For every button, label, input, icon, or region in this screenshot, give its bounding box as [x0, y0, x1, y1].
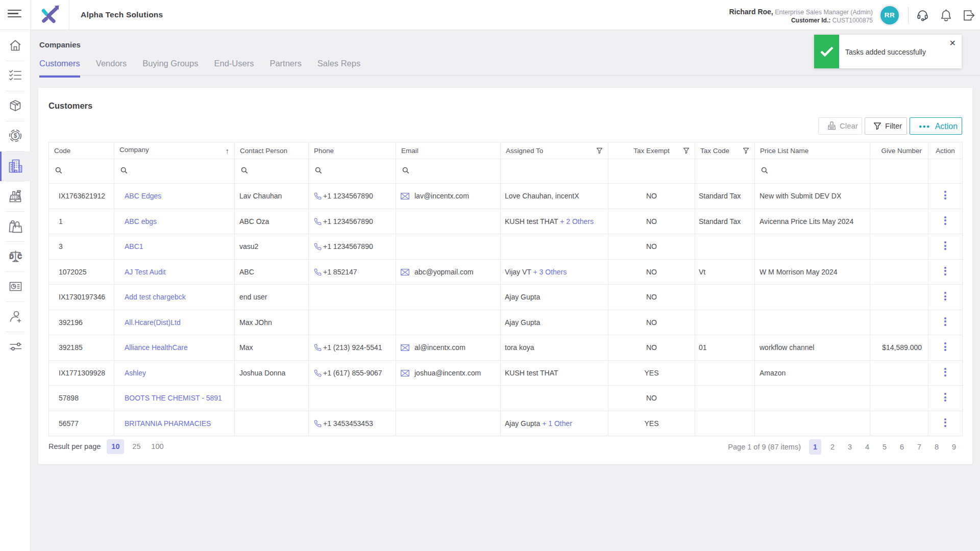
svg-text:$: $ — [14, 132, 17, 139]
